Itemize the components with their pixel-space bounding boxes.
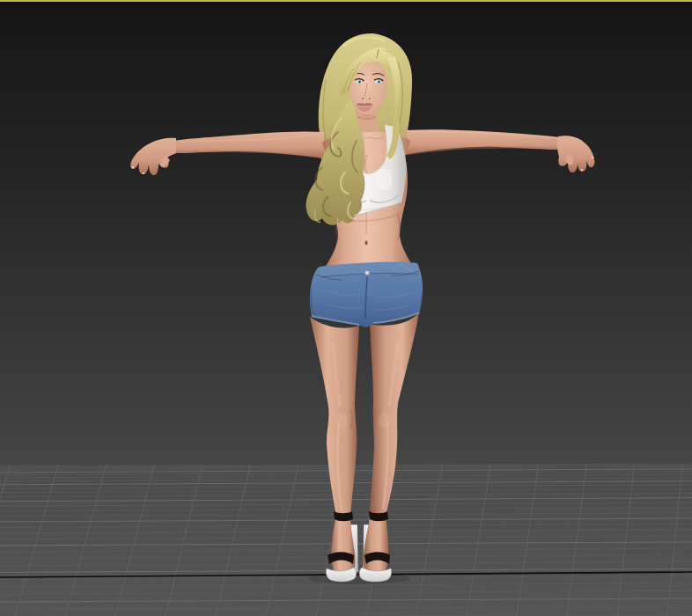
pupil xyxy=(359,81,361,83)
denim-shorts xyxy=(310,262,423,327)
nostril xyxy=(362,98,364,99)
active-viewport-border xyxy=(0,0,692,2)
fingernail xyxy=(581,169,583,171)
pupil xyxy=(379,81,380,83)
shorts-button xyxy=(365,271,370,275)
fingernail xyxy=(592,157,593,158)
nostril xyxy=(369,98,371,99)
viewport[interactable] xyxy=(0,0,692,616)
fingernail xyxy=(132,166,134,168)
knee-highlight xyxy=(379,413,391,429)
fingernail xyxy=(143,172,144,174)
bust-highlight xyxy=(375,169,393,190)
viewport-canvas[interactable] xyxy=(0,0,692,616)
knee-highlight xyxy=(335,413,348,429)
navel xyxy=(364,240,367,245)
